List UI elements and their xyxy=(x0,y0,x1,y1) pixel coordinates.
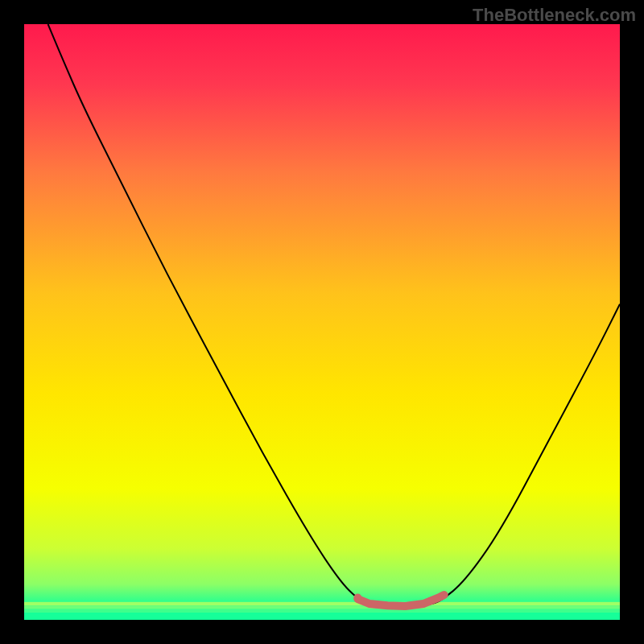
optimal-marker xyxy=(353,594,361,602)
plot-area xyxy=(24,24,620,620)
curve-layer xyxy=(24,24,620,620)
chart-container: TheBottleneck.com xyxy=(0,0,644,644)
optimal-highlight xyxy=(357,595,444,606)
watermark-label: TheBottleneck.com xyxy=(473,5,636,26)
bottleneck-curve xyxy=(48,24,620,607)
